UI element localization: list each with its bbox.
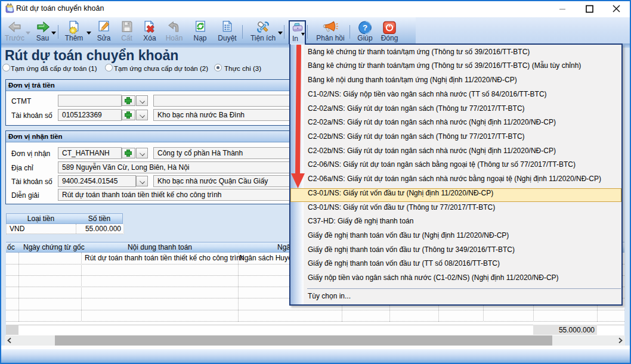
svg-text:?: ? xyxy=(363,23,367,32)
